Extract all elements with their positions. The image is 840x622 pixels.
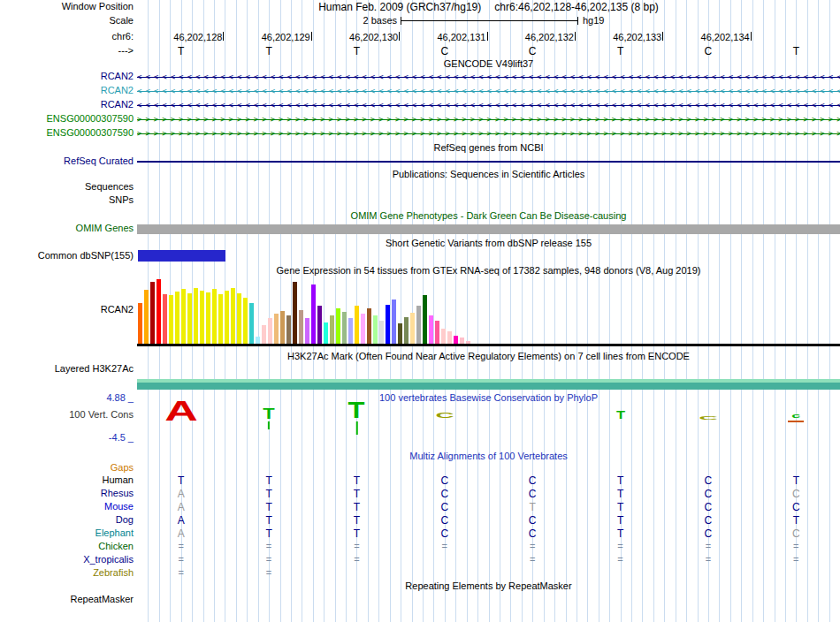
gtex-tissue-bar[interactable] xyxy=(342,312,347,345)
species-label-chicken[interactable]: Chicken xyxy=(0,541,134,551)
gtex-tissue-bar[interactable] xyxy=(386,305,390,345)
gtex-tissue-bar[interactable] xyxy=(286,315,291,345)
gtex-tissue-bar[interactable] xyxy=(181,289,186,345)
gene-strand-arrows[interactable]: <<<<<<<<<<<<<<<<<<<<<<<<<<<<<<<<<<<<<<<<… xyxy=(137,71,840,84)
gtex-tissue-bar[interactable] xyxy=(336,308,340,345)
species-label-rhesus[interactable]: Rhesus xyxy=(0,488,134,498)
gtex-tissue-bar[interactable] xyxy=(268,318,272,345)
species-label-elephant[interactable]: Elephant xyxy=(0,527,134,538)
gtex-tissue-bar[interactable] xyxy=(262,325,266,345)
gene-label[interactable]: ENSG00000307590 xyxy=(0,127,134,138)
conservation-glyph[interactable]: C xyxy=(439,413,450,421)
snps-label[interactable]: SNPs xyxy=(0,194,134,205)
refseq-curated-label[interactable]: RefSeq Curated xyxy=(0,156,134,166)
omim-genes-label[interactable]: OMIM Genes xyxy=(0,223,134,233)
gtex-tissue-bar[interactable] xyxy=(144,290,149,345)
omim-gene-bar[interactable] xyxy=(137,224,840,234)
alignment-bases-human[interactable]: TTTCCTCT xyxy=(137,474,840,487)
gtex-tissue-bar[interactable] xyxy=(441,329,446,345)
gtex-tissue-bar[interactable] xyxy=(299,310,303,345)
gtex-tissue-bar[interactable] xyxy=(218,294,223,345)
gtex-gene-label[interactable]: RCAN2 xyxy=(0,304,134,315)
gtex-tissue-bar[interactable] xyxy=(410,313,415,345)
gene-strand-arrows[interactable]: <<<<<<<<<<<<<<<<<<<<<<<<<<<<<<<<<<<<<<<<… xyxy=(137,99,840,112)
alignment-bases-zebrafish[interactable]: == xyxy=(137,567,840,578)
gtex-tissue-bar[interactable] xyxy=(293,282,297,345)
gtex-tissue-bar[interactable] xyxy=(423,295,427,345)
gtex-tissue-bar[interactable] xyxy=(243,298,248,345)
gtex-tissue-bar[interactable] xyxy=(231,288,235,345)
gtex-tissue-bar[interactable] xyxy=(398,323,402,345)
h3k27ac-signal-lower[interactable] xyxy=(137,383,840,390)
conservation-glyph[interactable]: T xyxy=(263,407,274,429)
gtex-tissue-bar[interactable] xyxy=(435,321,439,345)
species-label-dog[interactable]: Dog xyxy=(0,514,134,525)
gtex-tissue-bar[interactable] xyxy=(237,293,241,345)
alignment-bases-x_tropicalis[interactable]: ======= xyxy=(137,554,840,565)
conservation-glyph[interactable]: C xyxy=(704,418,712,421)
gtex-tissue-bar[interactable] xyxy=(361,314,365,345)
gtex-tissue-bar[interactable] xyxy=(447,331,452,345)
gtex-tissue-bar[interactable] xyxy=(379,321,384,345)
gene-strand-arrows[interactable]: >>>>>>>>>>>>>>>>>>>>>>>>>>>>>>>>>>>>>>>>… xyxy=(137,113,840,126)
gtex-tissue-bar[interactable] xyxy=(274,314,279,345)
dbsnp-label[interactable]: Common dbSNP(155) xyxy=(0,250,134,261)
species-label-mouse[interactable]: Mouse xyxy=(0,501,134,512)
conservation-glyph[interactable]: c xyxy=(788,414,804,422)
alignment-bases-mouse[interactable]: ATTCTTCC xyxy=(137,501,840,513)
gene-strand-arrows[interactable]: >>>>>>>>>>>>>>>>>>>>>>>>>>>>>>>>>>>>>>>>… xyxy=(137,127,840,140)
gtex-tissue-bar[interactable] xyxy=(429,315,433,345)
species-label-zebrafish[interactable]: Zebrafish xyxy=(0,567,134,578)
gtex-tissue-bar[interactable] xyxy=(225,291,229,345)
alignment-bases-dog[interactable]: ATTCCTCT xyxy=(137,514,840,527)
gtex-tissue-bar[interactable] xyxy=(355,306,359,345)
gtex-tissue-bar[interactable] xyxy=(392,300,396,345)
gtex-tissue-bar[interactable] xyxy=(416,306,421,345)
gtex-tissue-bar[interactable] xyxy=(305,318,309,345)
gene-label[interactable]: RCAN2 xyxy=(0,99,134,110)
gene-label[interactable]: RCAN2 xyxy=(0,85,134,95)
gtex-tissue-bar[interactable] xyxy=(150,282,155,345)
gtex-tissue-bar[interactable] xyxy=(175,292,179,345)
gtex-tissue-bar[interactable] xyxy=(317,306,322,345)
gene-label[interactable]: ENSG00000307590 xyxy=(0,113,134,124)
phylop-track-label[interactable]: 100 Vert. Cons xyxy=(0,409,134,420)
gtex-tissue-bar[interactable] xyxy=(367,308,371,345)
alignment-bases-elephant[interactable]: ATTCCTCC xyxy=(137,527,840,540)
gtex-tissue-bar[interactable] xyxy=(311,284,316,345)
conservation-glyph[interactable]: T xyxy=(616,411,624,421)
gaps-label[interactable]: Gaps xyxy=(0,462,134,473)
repeatmasker-label[interactable]: RepeatMasker xyxy=(0,594,134,604)
gtex-tissue-bar[interactable] xyxy=(200,291,204,345)
gtex-tissue-bar[interactable] xyxy=(194,288,198,345)
dbsnp-variant-bar[interactable] xyxy=(138,250,225,262)
gtex-tissue-bar[interactable] xyxy=(212,289,217,345)
species-label-human[interactable]: Human xyxy=(0,474,134,485)
species-label-x_tropicalis[interactable]: X_tropicalis xyxy=(0,554,134,565)
conservation-glyph[interactable]: A xyxy=(168,400,194,427)
gtex-tissue-bar[interactable] xyxy=(169,295,173,345)
gtex-tissue-bar[interactable] xyxy=(187,293,192,345)
gtex-tissue-bar[interactable] xyxy=(373,315,378,345)
alignment-bases-rhesus[interactable]: ATTCCTCC xyxy=(137,488,840,500)
gtex-tissue-bar[interactable] xyxy=(138,303,142,345)
gene-label[interactable]: RCAN2 xyxy=(0,71,134,81)
conservation-glyph[interactable]: T xyxy=(349,400,364,435)
refseq-curated-item[interactable] xyxy=(137,161,840,163)
gtex-tissue-bar[interactable] xyxy=(348,318,353,345)
gtex-tissue-bar[interactable] xyxy=(404,317,409,345)
sequences-label[interactable]: Sequences xyxy=(0,181,134,192)
gtex-tissue-bar[interactable] xyxy=(280,311,285,345)
dna-sequence[interactable]: TTTCCTCT xyxy=(137,45,840,57)
gtex-tissue-bar[interactable] xyxy=(206,292,210,345)
h3k27ac-label[interactable]: Layered H3K27Ac xyxy=(0,363,134,374)
gtex-expression-chart[interactable] xyxy=(138,279,840,345)
alignment-bases-chicken[interactable]: ======== xyxy=(137,541,840,551)
gtex-tissue-bar[interactable] xyxy=(324,322,328,345)
gene-strand-arrows[interactable]: <<<<<<<<<<<<<<<<<<<<<<<<<<<<<<<<<<<<<<<<… xyxy=(137,85,840,98)
gtex-tissue-bar[interactable] xyxy=(330,315,334,345)
alignment-row-zebrafish: Zebrafish== xyxy=(0,567,840,580)
gtex-tissue-bar[interactable] xyxy=(249,303,254,345)
gtex-tissue-bar[interactable] xyxy=(157,279,161,345)
gtex-tissue-bar[interactable] xyxy=(163,294,167,345)
